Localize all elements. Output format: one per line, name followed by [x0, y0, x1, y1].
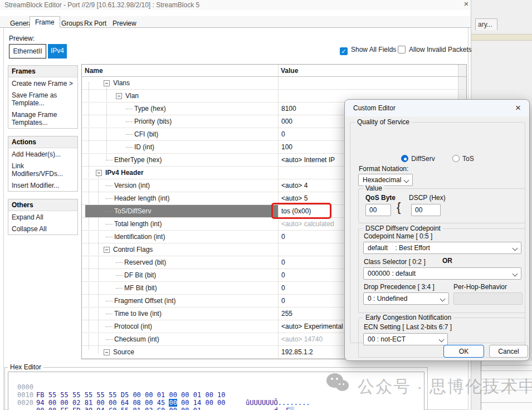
column-header-name: Name	[85, 67, 103, 75]
field-name: DF Bit (bit)	[124, 271, 156, 279]
allow-invalid-packets-checkbox[interactable]: Allow Invalid Packets	[398, 46, 472, 55]
sidebar-item-insert-modifier[interactable]: Insert Modifier...	[8, 179, 77, 191]
tree-stub	[116, 262, 123, 263]
sidebar-item-save-frame-as-template[interactable]: Save Frame as Template...	[8, 89, 77, 109]
field-name: Identification (int)	[114, 233, 165, 241]
dialog-titlebar: Custom Editor ×	[345, 100, 529, 116]
tree-stub	[106, 211, 113, 212]
ecn-setting-label: ECN Setting [ Last 2-bits 6:7 ]	[364, 323, 452, 331]
window-close-icon[interactable]: ×	[461, 0, 471, 8]
field-name: Protocol (int)	[114, 323, 152, 330]
field-name: MF Bit (bit)	[124, 284, 157, 292]
tree-stub	[106, 237, 113, 237]
sidebar-item-add-headers[interactable]: Add Header(s)...	[8, 148, 77, 160]
collapse-icon[interactable]	[96, 170, 102, 176]
tree-stub	[106, 301, 113, 301]
allow-invalid-packets-label: Allow Invalid Packets	[409, 46, 472, 53]
column-header-value: Value	[281, 67, 298, 75]
per-hop-behavior-field	[453, 292, 523, 305]
field-name: IPv4 Header	[105, 169, 144, 177]
hex-offset: 0020	[17, 399, 33, 407]
field-name: Reserved (bit)	[124, 258, 166, 266]
ok-button[interactable]: OK	[443, 345, 484, 358]
checkbox-unchecked-icon[interactable]	[398, 46, 406, 53]
field-name: Total length (int)	[114, 220, 162, 228]
checkbox-checked-icon[interactable]: ✓	[340, 47, 348, 55]
format-notation-label: Format Notation:	[359, 165, 408, 173]
tab-preview[interactable]: Preview	[107, 18, 142, 28]
cancel-button[interactable]: Cancel	[489, 345, 528, 358]
ecn-setting-select[interactable]: 00 : not-ECT	[363, 333, 448, 345]
dialog-close-icon[interactable]: ×	[513, 102, 524, 114]
field-name: Priority (bits)	[134, 118, 172, 125]
field-name: Time to live (int)	[114, 310, 162, 318]
sidebar-item-expand-all[interactable]: Expand All	[8, 211, 77, 223]
class-selector-select[interactable]: 000000 : default	[363, 267, 521, 280]
class-selector-label: Class Selector [ 0:2 ]	[364, 258, 426, 266]
drop-precedence-select[interactable]: 0 : Undefined	[363, 292, 449, 305]
quality-of-service-group: Quality of Service DiffServ ToS Format N…	[350, 122, 525, 343]
sidebar-others-header: Others	[8, 199, 77, 211]
hex-ascii-segment: ....	[294, 407, 310, 410]
window-titlebar: StreamBlock Editor - Port //2/9 [10.61.3…	[0, 0, 471, 10]
field-name: EtherType (hex)	[114, 156, 162, 164]
background-toolbar	[471, 34, 532, 41]
sidebar-item-collapse-all[interactable]: Collapse All	[8, 223, 77, 235]
wechat-icon	[326, 373, 352, 397]
collapse-icon[interactable]	[104, 80, 110, 86]
radio-selected-icon[interactable]	[401, 155, 408, 162]
custom-editor-dialog: Custom Editor × Quality of Service DiffS…	[344, 99, 530, 361]
collapse-icon[interactable]	[116, 93, 122, 99]
qos-group-label: Quality of Service	[355, 118, 412, 126]
field-name: Vlan	[125, 92, 139, 100]
dscp-group-label: DSCP Diffserv Codepoint	[363, 224, 443, 232]
field-name: Version (int)	[114, 182, 150, 189]
field-name: Fragment Offset (int)	[114, 297, 175, 305]
field-name: CFI (bit)	[134, 130, 158, 138]
qos-byte-input[interactable]: 00	[365, 204, 391, 216]
tree-stub	[106, 198, 113, 199]
sidebar-section-frames: Frames Create new Frame > Save Frame as …	[8, 65, 78, 129]
hex-bytes-segment: 00 14 00 00	[177, 399, 226, 407]
tree-stub	[106, 160, 113, 160]
tree-stub	[116, 288, 123, 289]
watermark: 公众号 · 思博伦技术中心	[326, 371, 527, 404]
background-tab[interactable]: ary...	[475, 18, 497, 30]
qos-byte-label: QoS Byte	[365, 194, 396, 202]
ethernetii-button[interactable]: EthernetII	[9, 44, 46, 58]
tree-stub	[126, 147, 133, 148]
sidebar-item-create-new-frame[interactable]: Create new Frame >	[8, 77, 77, 89]
annotation-highlight-box	[271, 203, 331, 219]
hex-bytes[interactable]: 00 00 FF FD 39 94 C0 55 01 02 C0 00 00 0…	[36, 407, 201, 410]
collapse-icon[interactable]	[104, 247, 110, 253]
radio-unselected-icon[interactable]	[452, 155, 460, 162]
sidebar-item-link-modifiers-vfds[interactable]: Link Modifiers/VFDs...	[8, 160, 77, 179]
qos-radio-row: DiffServ ToS	[350, 155, 525, 163]
hex-selected-ascii: .	[290, 407, 294, 410]
field-name: Source	[113, 348, 134, 356]
sidebar-item-manage-frame-templates[interactable]: Manage Frame Templates...	[8, 109, 77, 128]
hex-ascii: .......d..E.....	[246, 407, 310, 410]
hex-selected-byte[interactable]: 00	[169, 399, 177, 407]
per-hop-behavior-label: Per-Hop-Behavior	[453, 283, 507, 291]
table-row[interactable]: Vlans	[82, 77, 466, 90]
show-all-fields-label: Show All Fields	[351, 46, 396, 53]
hex-bytes[interactable]: 94 00 00 02 81 00 00 64 08 00 45 00 00 1…	[36, 399, 226, 407]
dscp-codepoint-group: DSCP Diffserv Codepoint Codepoint Name […	[358, 228, 525, 313]
tos-radio[interactable]: ToS	[452, 155, 474, 163]
diffserv-radio[interactable]: DiffServ	[401, 155, 435, 163]
field-value[interactable]	[281, 77, 457, 89]
dialog-title: Custom Editor	[353, 104, 396, 112]
main-tabbar: General Frame Groups Rx Port Preview	[0, 16, 471, 28]
collapse-icon[interactable]	[104, 349, 110, 355]
codepoint-name-label: Codepoint Name [ 0:5 ]	[364, 232, 432, 240]
grid-line	[481, 365, 532, 365]
tree-stub	[106, 224, 113, 224]
dscp-input[interactable]: 00	[411, 204, 441, 216]
tree-stub	[116, 275, 123, 276]
ipv4-button[interactable]: IPv4	[48, 44, 67, 58]
sidebar-frames-header: Frames	[8, 66, 77, 77]
field-name: Vlans	[113, 79, 130, 87]
show-all-fields-checkbox[interactable]: ✓Show All Fields	[340, 46, 396, 55]
codepoint-name-select[interactable]: default : Best Effort	[363, 242, 521, 254]
